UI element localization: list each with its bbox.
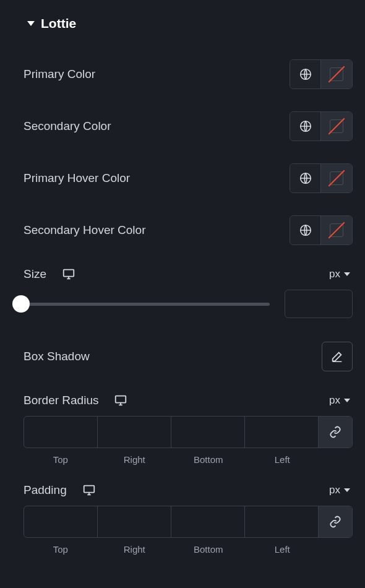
color-swatch-button[interactable] [321,112,352,141]
global-color-button[interactable] [290,112,321,141]
border-radius-unit-select[interactable]: px [329,394,353,407]
box-shadow-row: Box Shadow [12,331,353,383]
primary-color-label: Primary Color [24,67,95,81]
collapse-icon [27,21,35,26]
size-slider[interactable] [12,295,270,313]
padding-unit-label: px [329,484,340,496]
primary-color-control [290,59,353,89]
slider-thumb[interactable] [12,295,30,313]
no-color-icon [330,119,343,133]
link-icon [329,426,341,438]
border-radius-bottom-input[interactable] [171,417,245,447]
chevron-down-icon [344,399,350,402]
size-input[interactable] [285,290,353,318]
section-title: Lottie [41,16,76,31]
padding-unit-select[interactable]: px [329,484,353,496]
color-swatch-button[interactable] [321,216,352,244]
padding-top-input[interactable] [24,506,98,537]
section-header[interactable]: Lottie [12,11,353,48]
size-unit-select[interactable]: px [329,268,353,280]
link-icon [329,516,341,528]
side-label-left: Left [246,454,320,465]
side-label-right: Right [98,454,172,465]
globe-icon [299,223,312,237]
secondary-color-control [290,111,353,141]
secondary-hover-color-label: Secondary Hover Color [24,223,145,237]
slider-track [12,303,270,306]
box-shadow-label: Box Shadow [24,350,90,363]
size-slider-row [12,285,353,331]
border-radius-label-group: Border Radius [24,394,128,407]
size-row: Size px [12,256,353,285]
padding-side-labels: Top Right Bottom Left [24,538,353,555]
size-label-group: Size [24,267,76,281]
link-values-button[interactable] [319,417,352,447]
border-radius-right-input[interactable] [98,417,171,447]
size-label: Size [24,267,46,281]
secondary-hover-color-control [290,215,353,245]
secondary-hover-color-row: Secondary Hover Color [12,204,353,256]
border-radius-left-input[interactable] [245,417,319,447]
color-swatch-button[interactable] [321,164,352,192]
secondary-color-row: Secondary Color [12,100,353,152]
border-radius-top-input[interactable] [24,417,98,447]
lottie-style-panel: Lottie Primary Color Secondary Color Pri… [0,0,365,571]
primary-hover-color-label: Primary Hover Color [24,171,130,185]
border-radius-inputs-group: Top Right Bottom Left [12,413,353,470]
global-color-button[interactable] [290,164,321,192]
globe-icon [299,171,312,185]
border-radius-row: Border Radius px [12,383,353,413]
desktop-icon[interactable] [82,483,97,497]
no-color-icon [330,171,343,185]
global-color-button[interactable] [290,60,321,89]
border-radius-unit-label: px [329,394,340,407]
size-unit-label: px [329,268,340,280]
globe-icon [299,67,312,81]
secondary-color-label: Secondary Color [24,119,111,133]
padding-left-input[interactable] [245,506,319,537]
chevron-down-icon [344,272,350,276]
svg-rect-6 [84,486,94,493]
side-label-bottom: Bottom [171,454,246,465]
padding-right-input[interactable] [98,506,171,537]
border-radius-side-labels: Top Right Bottom Left [24,448,353,465]
link-values-button[interactable] [319,506,352,537]
no-color-icon [330,223,343,237]
pencil-icon [330,350,344,363]
primary-hover-color-row: Primary Hover Color [12,152,353,204]
side-label-top: Top [24,544,98,555]
padding-label-group: Padding [24,483,97,497]
padding-row: Padding px [12,470,353,503]
padding-label: Padding [24,483,67,497]
primary-color-row: Primary Color [12,48,353,100]
globe-icon [299,119,312,133]
padding-inputs-group: Top Right Bottom Left [12,503,353,560]
color-swatch-button[interactable] [321,60,352,89]
desktop-icon[interactable] [61,267,76,281]
chevron-down-icon [344,488,350,492]
box-shadow-edit-button[interactable] [322,342,353,371]
svg-rect-4 [64,270,74,277]
primary-hover-color-control [290,163,353,193]
no-color-icon [330,67,343,81]
side-label-top: Top [24,454,98,465]
svg-rect-5 [116,396,126,403]
side-label-right: Right [98,544,172,555]
padding-bottom-input[interactable] [171,506,245,537]
global-color-button[interactable] [290,216,321,244]
padding-inputs [24,506,353,538]
desktop-icon[interactable] [113,394,128,407]
side-label-left: Left [246,544,320,555]
side-label-bottom: Bottom [171,544,246,555]
border-radius-label: Border Radius [24,394,98,407]
border-radius-inputs [24,416,353,448]
